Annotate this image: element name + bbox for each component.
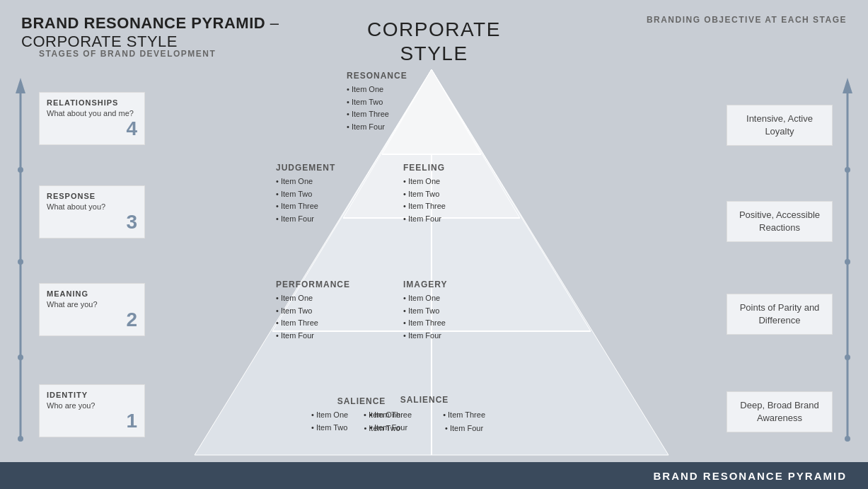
judgement-block: JUDGEMENT • Item One • Item Two • Item T… — [276, 163, 382, 225]
stage-box-meaning: MEANING What are you? 2 — [39, 283, 145, 336]
svg-point-11 — [845, 436, 850, 442]
svg-point-2 — [18, 167, 23, 173]
obj-box-awareness: Deep, Broad Brand Awareness — [727, 391, 833, 432]
right-header-label: BRANDING OBJECTIVE AT EACH STAGE — [647, 14, 847, 26]
svg-point-10 — [845, 355, 850, 360]
svg-point-8 — [845, 167, 850, 173]
svg-point-9 — [845, 259, 850, 265]
salience-area: SALIENCE • Item One • Item Two • Item Th… — [304, 395, 545, 435]
obj-box-reactions: Positive, Accessible Reactions — [727, 201, 833, 242]
obj-box-loyalty: Intensive, Active Loyalty — [727, 105, 833, 146]
left-arrow-icon — [14, 78, 27, 453]
stages-label: STAGES OF BRAND DEVELOPMENT — [39, 48, 216, 60]
main-title: BRAND RESONANCE PYRAMID – CORPORATE STYL… — [21, 14, 304, 51]
svg-point-4 — [18, 355, 23, 360]
svg-point-5 — [18, 436, 23, 442]
resonance-block: RESONANCE • Item One • Item Two • Item T… — [347, 71, 460, 133]
right-arrow-icon — [841, 78, 854, 453]
svg-point-3 — [18, 259, 23, 265]
obj-box-parity: Points of Parity and Difference — [727, 294, 833, 335]
stage-box-identity: IDENTITY Who are you? 1 — [39, 384, 145, 437]
svg-marker-1 — [16, 78, 25, 93]
bottom-bar: BRAND RESONANCE PYRAMID — [0, 462, 868, 489]
performance-block: PERFORMANCE • Item One • Item Two • Item… — [276, 280, 382, 342]
feeling-block: FEELING • Item One • Item Two • Item Thr… — [403, 163, 502, 225]
imagery-block: IMAGERY • Item One • Item Two • Item Thr… — [403, 280, 502, 342]
stage-box-response: RESPONSE What about you? 3 — [39, 185, 145, 238]
stage-box-relationships: RELATIONSHIPS What about you and me? 4 — [39, 92, 145, 145]
center-title: CORPORATESTYLE — [367, 18, 501, 65]
bottom-bar-text: BRAND RESONANCE PYRAMID — [653, 470, 847, 482]
svg-marker-7 — [843, 78, 852, 93]
